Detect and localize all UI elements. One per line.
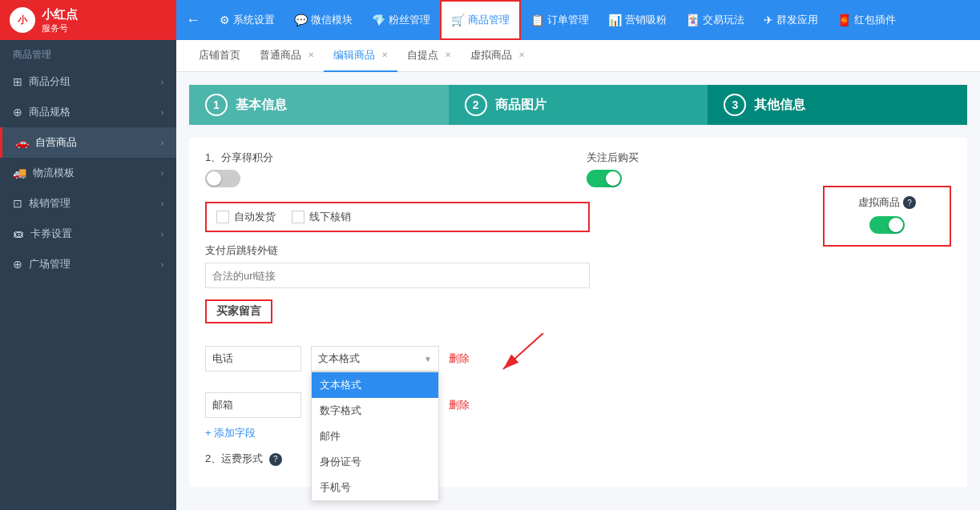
shipping-help-icon[interactable]: ? <box>269 453 282 466</box>
step-basic-info[interactable]: 1 基本信息 <box>189 85 449 125</box>
dropdown-item-text[interactable]: 文本格式 <box>312 372 438 398</box>
auto-ship-item[interactable]: 自动发货 <box>216 210 276 224</box>
step-circle-3: 3 <box>724 94 746 116</box>
step-other-info-label: 其他信息 <box>754 97 805 114</box>
nav-item-fans[interactable]: 💎 粉丝管理 <box>362 0 440 40</box>
logo-text: 小红点 服务号 <box>42 6 78 34</box>
tab-virtual-product[interactable]: 虚拟商品 ✕ <box>461 40 534 72</box>
select-arrow-icon: ▼ <box>424 355 432 363</box>
auto-ship-label: 自动发货 <box>234 210 276 224</box>
logo-area: 小 小红点 服务号 <box>0 0 176 40</box>
broadcast-icon: ✈ <box>764 14 773 26</box>
offline-verify-label: 线下核销 <box>309 210 351 224</box>
nav-item-trading-label: 交易玩法 <box>703 13 744 27</box>
chevron-right-icon: › <box>161 78 163 86</box>
buyer-message-title: 买家留言 <box>205 299 272 323</box>
dropdown-item-phone[interactable]: 手机号 <box>312 475 438 500</box>
sidebar-item-product-group[interactable]: ⊞ 商品分组 › <box>0 66 176 97</box>
nav-item-orders[interactable]: 📋 订单管理 <box>521 0 599 40</box>
logistics-icon: 🚚 <box>13 167 26 179</box>
tab-self-pickup[interactable]: 自提点 ✕ <box>397 40 461 72</box>
plus-circle-icon: ⊕ <box>13 106 22 118</box>
content-area: 店铺首页 普通商品 ✕ 编辑商品 ✕ 自提点 ✕ 虚拟商品 ✕ <box>176 40 980 510</box>
tab-virtual-product-close[interactable]: ✕ <box>518 50 525 59</box>
tab-normal-product-close[interactable]: ✕ <box>308 50 314 59</box>
phone-format-display[interactable]: 文本格式 ▼ <box>311 346 439 371</box>
tab-self-pickup-close[interactable]: ✕ <box>445 50 451 59</box>
offline-verify-checkbox[interactable] <box>292 211 304 223</box>
marketing-icon: 📊 <box>608 14 622 26</box>
nav-item-marketing[interactable]: 📊 营销吸粉 <box>599 0 676 40</box>
tabs-bar: 店铺首页 普通商品 ✕ 编辑商品 ✕ 自提点 ✕ 虚拟商品 ✕ <box>176 40 980 72</box>
nav-item-trading[interactable]: 🃏 交易玩法 <box>676 0 754 40</box>
nav-item-broadcast[interactable]: ✈ 群发应用 <box>754 0 828 40</box>
redpack-icon: 🧧 <box>837 14 851 26</box>
plaza-icon: ⊕ <box>13 258 22 271</box>
cart-icon: 🛒 <box>451 14 465 26</box>
step-product-image[interactable]: 2 商品图片 <box>449 85 708 125</box>
dropdown-item-email[interactable]: 邮件 <box>312 424 438 449</box>
follow-buy-col: 关注后购买 <box>587 151 952 191</box>
dropdown-item-number[interactable]: 数字格式 <box>312 398 438 424</box>
chevron-right-icon-3: › <box>161 139 163 147</box>
sidebar-item-product-spec[interactable]: ⊕ 商品规格 › <box>0 97 176 127</box>
arrow-annotation <box>487 333 551 381</box>
tab-edit-product[interactable]: 编辑商品 ✕ <box>324 40 397 72</box>
sidebar-item-coupon[interactable]: 🎟 卡券设置 › <box>0 219 176 249</box>
sidebar-item-product-group-label: 商品分组 <box>29 74 71 89</box>
nav-item-redpack[interactable]: 🧧 红包插件 <box>828 0 905 40</box>
nav-item-system[interactable]: ⚙ 系统设置 <box>210 0 284 40</box>
grid-icon: ⊞ <box>13 75 22 88</box>
share-points-toggle[interactable] <box>205 170 240 187</box>
virtual-product-label-text: 虚拟商品 <box>858 195 900 210</box>
nav-back-button[interactable]: ← <box>176 12 210 29</box>
tab-normal-product[interactable]: 普通商品 ✕ <box>250 40 324 72</box>
dropdown-item-id[interactable]: 身份证号 <box>312 449 438 475</box>
tab-edit-product-close[interactable]: ✕ <box>381 50 388 59</box>
sidebar-item-self-products-label: 自营商品 <box>35 135 77 150</box>
offline-verify-item[interactable]: 线下核销 <box>292 210 351 224</box>
sidebar-item-plaza[interactable]: ⊕ 广场管理 › <box>0 249 176 279</box>
sidebar-item-self-products[interactable]: 🚗 自营商品 › <box>0 127 176 158</box>
payment-redirect-input[interactable] <box>205 263 590 288</box>
logo-icon: 小 <box>10 7 35 33</box>
nav-items: ⚙ 系统设置 💬 微信模块 💎 粉丝管理 🛒 商品管理 📋 订单管理 📊 营销吸… <box>210 0 980 40</box>
chevron-right-icon-6: › <box>161 230 163 239</box>
follow-buy-toggle[interactable] <box>587 170 622 187</box>
phone-delete-button[interactable]: 删除 <box>449 351 470 366</box>
phone-format-dropdown: 文本格式 数字格式 邮件 身份证号 手机号 <box>311 371 439 501</box>
nav-item-redpack-label: 红包插件 <box>854 13 896 27</box>
svg-line-1 <box>503 333 543 369</box>
nav-item-wechat[interactable]: 💬 微信模块 <box>284 0 362 40</box>
share-points-col: 1、分享得积分 <box>205 151 571 191</box>
nav-item-marketing-label: 营销吸粉 <box>625 13 667 27</box>
form-area: 虚拟商品 ? 1、分享得积分 关 <box>189 138 967 487</box>
logo-title: 小红点 <box>42 6 78 22</box>
nav-item-products[interactable]: 🛒 商品管理 <box>440 0 521 40</box>
follow-buy-label: 关注后购买 <box>587 151 952 165</box>
step-circle-1: 1 <box>205 94 228 116</box>
email-delete-button[interactable]: 删除 <box>449 398 470 412</box>
virtual-product-toggle[interactable] <box>869 216 905 234</box>
nav-item-system-label: 系统设置 <box>233 13 275 27</box>
sidebar-item-logistics[interactable]: 🚚 物流模板 › <box>0 158 176 188</box>
main-layout: 商品管理 ⊞ 商品分组 › ⊕ 商品规格 › 🚗 自营商品 › 🚚 <box>0 40 980 510</box>
verification-icon: ⊡ <box>13 197 22 210</box>
sidebar-item-verification[interactable]: ⊡ 核销管理 › <box>0 188 176 219</box>
nav-item-products-label: 商品管理 <box>468 13 510 27</box>
virtual-product-box: 虚拟商品 ? <box>823 186 951 247</box>
payment-redirect-field <box>205 263 590 288</box>
step-other-info[interactable]: 3 其他信息 <box>708 85 967 125</box>
chevron-right-icon-2: › <box>161 108 163 117</box>
step-circle-2: 2 <box>465 94 487 116</box>
nav-item-broadcast-label: 群发应用 <box>776 13 818 27</box>
virtual-product-toggle-knob <box>889 218 903 232</box>
nav-item-fans-label: 粉丝管理 <box>389 13 430 27</box>
phone-format-select[interactable]: 文本格式 ▼ 文本格式 数字格式 邮件 身份证号 手机号 <box>311 346 439 371</box>
sidebar-section-title: 商品管理 <box>0 40 176 66</box>
sidebar-item-verification-label: 核销管理 <box>29 196 71 211</box>
virtual-product-help-icon[interactable]: ? <box>903 196 916 209</box>
auto-ship-checkbox[interactable] <box>216 211 229 223</box>
tab-store-home[interactable]: 店铺首页 <box>189 40 250 72</box>
share-points-toggle-knob <box>207 171 221 186</box>
